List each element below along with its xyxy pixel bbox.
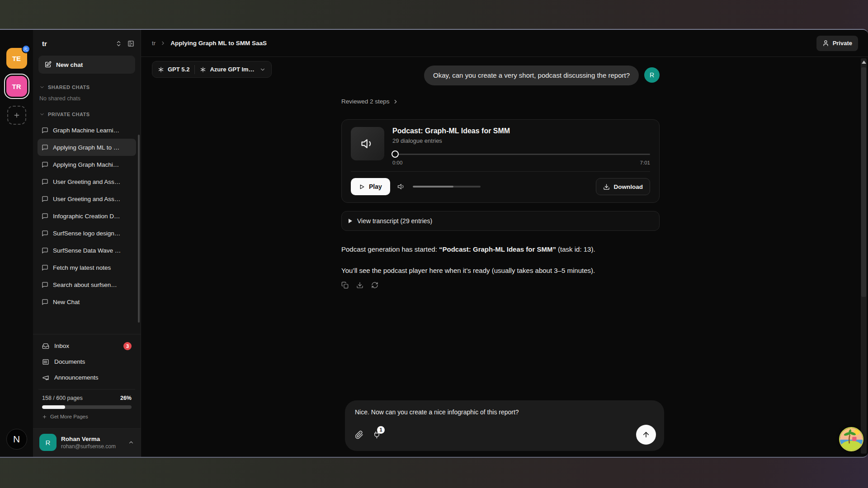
connector-icon[interactable]: 1	[373, 431, 381, 439]
private-visibility-button[interactable]: Private	[816, 36, 858, 51]
message-square-icon	[42, 230, 48, 237]
view-transcript-toggle[interactable]: View transcript (29 entries)	[341, 211, 660, 231]
podcast-current-time: 0:00	[392, 160, 402, 165]
chat-list-item[interactable]: Infographic Creation D…	[38, 207, 136, 225]
get-more-pages-button[interactable]: Get More Pages	[42, 414, 132, 419]
main-header: tr Applying Graph ML to SMM SaaS Private	[141, 30, 868, 57]
nextjs-logo: N	[6, 429, 27, 450]
add-workspace-button[interactable]	[7, 106, 26, 125]
workspace-initials: TR	[12, 83, 21, 90]
divider	[351, 171, 650, 172]
user-message-bubble: Okay, can you create a very short, podca…	[424, 66, 639, 85]
send-button[interactable]	[636, 425, 656, 445]
chat-list-item-active[interactable]: Applying Graph ML to …	[38, 139, 136, 156]
chat-list-item[interactable]: User Greeting and Ass…	[38, 190, 136, 207]
sidebar-item-inbox[interactable]: Inbox 3	[38, 338, 135, 354]
private-label: Private	[833, 40, 852, 47]
composer-input[interactable]: Nice. Now can you create a nice infograp…	[355, 408, 656, 417]
new-chat-label: New chat	[56, 61, 83, 68]
copy-icon[interactable]	[341, 282, 349, 289]
pages-percent-text: 26%	[120, 395, 132, 401]
documents-icon	[42, 358, 49, 366]
workspace-rail: TE TR N	[0, 30, 33, 457]
volume-icon[interactable]	[397, 183, 406, 191]
chat-list-item[interactable]: SurfSense logo design…	[38, 225, 136, 242]
workspace-switcher-icon[interactable]	[115, 40, 122, 47]
sidebar-item-announcements[interactable]: Announcements	[38, 370, 135, 385]
play-button[interactable]: Play	[351, 178, 390, 195]
section-label: SHARED CHATS	[48, 84, 90, 90]
user-message-row: Okay, can you create a very short, podca…	[341, 66, 660, 85]
chat-list-item[interactable]: Fetch my latest notes	[38, 259, 136, 276]
sidebar: tr New chat SHARED CHATS No shared chats	[33, 30, 141, 457]
island-extension-badge[interactable]	[839, 427, 863, 451]
message-composer[interactable]: Nice. Now can you create a nice infograp…	[345, 400, 664, 451]
triangle-right-icon	[349, 219, 352, 223]
megaphone-icon	[42, 374, 49, 381]
scroll-up-arrow[interactable]	[862, 61, 866, 64]
breadcrumb-root[interactable]: tr	[152, 40, 156, 47]
shared-chats-empty-text: No shared chats	[33, 93, 141, 103]
message-square-icon	[42, 299, 48, 305]
status-prefix: Podcast generation has started:	[341, 245, 439, 253]
connector-count-badge: 1	[377, 426, 385, 434]
page-usage-panel: 158 / 600 pages 26% Get More Pages	[38, 389, 135, 424]
profile-name: Rohan Verma	[61, 435, 116, 443]
reviewed-steps-toggle[interactable]: Reviewed 2 steps	[341, 98, 660, 105]
play-icon	[359, 184, 365, 190]
speaker-icon	[361, 137, 374, 150]
user-profile-menu[interactable]: R Rohan Verma rohan@surfsense.com	[33, 428, 141, 457]
get-more-label: Get More Pages	[50, 414, 88, 419]
chat-list-item[interactable]: New Chat	[38, 293, 136, 310]
podcast-subtitle: 29 dialogue entries	[392, 137, 650, 144]
private-chats-section-header[interactable]: PRIVATE CHATS	[33, 103, 141, 120]
chat-item-label: Search about surfsen…	[53, 282, 117, 288]
download-podcast-button[interactable]: Download	[596, 178, 651, 195]
workspace-notification-badge	[22, 45, 30, 53]
sidebar-item-documents[interactable]: Documents	[38, 354, 135, 370]
status-podcast-name: “Podcast: Graph-ML Ideas for SMM”	[439, 245, 556, 253]
message-square-icon	[42, 247, 48, 254]
chat-item-label: Graph Machine Learni…	[53, 127, 119, 134]
podcast-progress-track	[392, 154, 650, 155]
shared-chats-section-header[interactable]: SHARED CHATS	[33, 75, 141, 93]
plus-icon	[13, 112, 20, 119]
chat-list-item[interactable]: User Greeting and Ass…	[38, 173, 136, 190]
chat-item-label: SurfSense Data Wave …	[53, 247, 121, 254]
volume-slider[interactable]	[413, 186, 481, 188]
download-icon[interactable]	[356, 282, 363, 289]
chat-item-label: SurfSense logo design…	[53, 230, 120, 237]
workspace-initials: TE	[12, 55, 21, 62]
attachment-icon[interactable]	[355, 431, 363, 439]
chat-item-label: Fetch my latest notes	[53, 264, 111, 271]
collapse-sidebar-icon[interactable]	[127, 40, 134, 47]
podcast-progress-slider[interactable]	[392, 150, 650, 158]
user-avatar: R	[39, 434, 57, 451]
chat-list-item[interactable]: Applying Graph Machi…	[38, 156, 136, 173]
workspace-avatar-tr-selected[interactable]: TR	[6, 76, 27, 97]
chat-list-item[interactable]: SurfSense Data Wave …	[38, 242, 136, 259]
chat-list-item[interactable]: Search about surfsen…	[38, 276, 136, 293]
workspace-avatar-te[interactable]: TE	[6, 48, 27, 69]
section-label: PRIVATE CHATS	[48, 112, 90, 117]
podcast-progress-thumb[interactable]	[392, 150, 399, 158]
scrollbar-thumb[interactable]	[861, 67, 866, 297]
message-square-icon	[42, 196, 48, 202]
avatar-initial: R	[46, 439, 51, 446]
main-scrollbar[interactable]	[861, 58, 867, 454]
sidebar-scrollbar-thumb[interactable]	[138, 135, 140, 323]
message-square-icon	[42, 127, 48, 134]
sidebar-bottom-nav: Inbox 3 Documents Announcements	[33, 334, 141, 424]
regenerate-icon[interactable]	[371, 282, 378, 289]
nav-label: Announcements	[54, 374, 99, 381]
new-chat-button[interactable]: New chat	[38, 56, 135, 74]
chat-column: Okay, can you create a very short, podca…	[341, 57, 660, 289]
play-label: Play	[369, 183, 382, 190]
logo-letter: N	[13, 434, 20, 445]
breadcrumb-current: Applying Graph ML to SMM SaaS	[170, 40, 267, 47]
chevron-up-icon	[128, 439, 134, 446]
avatar-initial: R	[650, 71, 654, 79]
chevron-right-icon	[392, 99, 399, 105]
chat-scroll-area[interactable]: Okay, can you create a very short, podca…	[141, 57, 860, 457]
chat-list-item[interactable]: Graph Machine Learni…	[38, 122, 136, 139]
